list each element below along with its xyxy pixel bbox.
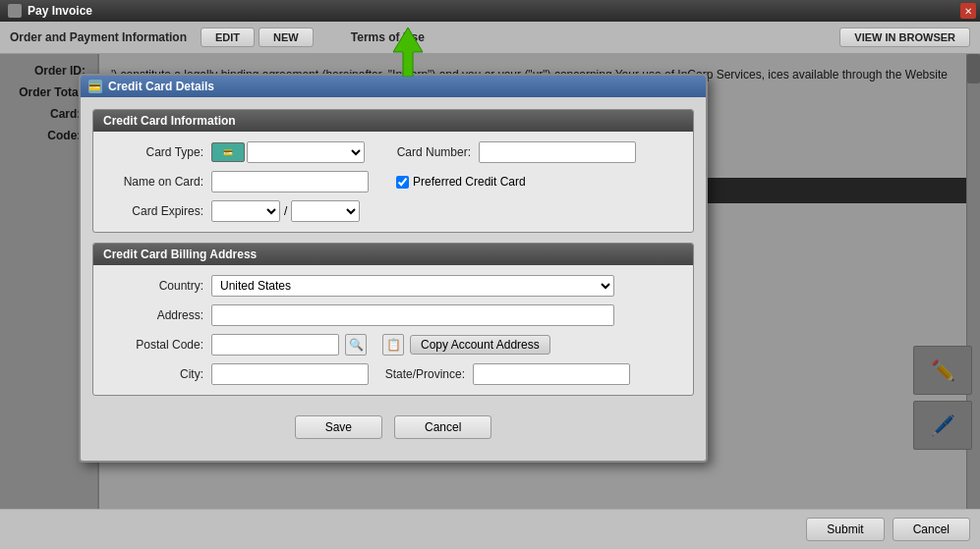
cc-info-section: Credit Card Information Card Type: 💳 — [92, 109, 694, 233]
postal-row: Postal Code: 🔍 📋 — [105, 334, 681, 356]
search-icon: 🔍 — [349, 338, 364, 352]
modal-title-bar: 💳 Credit Card Details — [81, 76, 706, 97]
copy-icon-button[interactable]: 📋 — [382, 334, 404, 356]
bottom-cancel-button[interactable]: Cancel — [893, 518, 970, 541]
cc-info-heading: Credit Card Information — [93, 110, 693, 132]
new-button[interactable]: NEW — [259, 27, 314, 47]
submit-button[interactable]: Submit — [806, 518, 884, 541]
billing-section: Credit Card Billing Address Country: Uni… — [92, 243, 694, 396]
modal-overlay: 💳 Credit Card Details Credit Card Inform… — [0, 54, 980, 509]
order-tab-label: Order and Payment Information — [10, 30, 187, 44]
card-type-row: Card Type: 💳 Visa Mastercard — [105, 141, 681, 163]
save-button[interactable]: Save — [295, 415, 382, 439]
title-bar: Pay Invoice ✕ — [0, 0, 980, 22]
preferred-checkbox-row: Preferred Credit Card — [396, 175, 526, 189]
terms-tab-label: Terms of Use — [351, 30, 425, 44]
view-in-browser-button[interactable]: VIEW IN BROWSER — [839, 27, 970, 47]
modal-body: Credit Card Information Card Type: 💳 — [81, 97, 706, 461]
modal-title-icon: 💳 — [88, 80, 102, 93]
credit-card-icon: 💳 — [88, 82, 100, 92]
copy-account-address-button[interactable]: Copy Account Address — [410, 335, 550, 355]
card-expires-label: Card Expires: — [105, 204, 203, 218]
city-state-row: City: State/Province: — [105, 363, 681, 385]
copy-account-address-label: Copy Account Address — [421, 338, 540, 352]
postal-search-button[interactable]: 🔍 — [345, 334, 367, 356]
preferred-label: Preferred Credit Card — [413, 175, 526, 189]
app-title: Pay Invoice — [28, 4, 92, 18]
country-label: Country: — [105, 279, 203, 293]
card-type-label: Card Type: — [105, 145, 203, 159]
expires-month-select[interactable]: 010203 040506 070809 101112 — [211, 200, 280, 222]
preferred-checkbox[interactable] — [396, 176, 409, 189]
modal-dialog: 💳 Credit Card Details Credit Card Inform… — [79, 74, 708, 463]
card-expires-row: Card Expires: 010203 040506 070809 10111… — [105, 200, 681, 222]
content-area: Order ID: Order Total: Card:* Code:* ') … — [0, 54, 980, 509]
address-input[interactable] — [211, 304, 614, 326]
billing-heading: Credit Card Billing Address — [93, 244, 693, 265]
modal-title: Credit Card Details — [108, 80, 214, 93]
app-icon — [8, 4, 22, 18]
postal-input-group: 🔍 📋 Copy Account Address — [211, 334, 550, 356]
expires-row: 010203 040506 070809 101112 / 2024202520… — [211, 200, 360, 222]
name-on-card-row: Name on Card: Preferred Credit Card — [105, 171, 681, 192]
billing-content: Country: United States Canada United Kin… — [93, 265, 693, 395]
modal-footer: Save Cancel — [92, 406, 694, 449]
postal-input[interactable] — [211, 334, 339, 356]
card-type-wrapper: 💳 Visa Mastercard Amex — [211, 141, 365, 163]
card-number-input[interactable] — [479, 141, 636, 163]
address-label: Address: — [105, 308, 203, 322]
name-on-card-label: Name on Card: — [105, 175, 203, 189]
bottom-bar: Submit Cancel — [0, 509, 980, 549]
card-number-label: Card Number: — [373, 145, 471, 159]
main-container: Order and Payment Information EDIT NEW T… — [0, 22, 980, 549]
city-input[interactable] — [211, 363, 369, 385]
state-input[interactable] — [473, 363, 630, 385]
country-row: Country: United States Canada United Kin… — [105, 275, 681, 297]
edit-button[interactable]: EDIT — [201, 27, 255, 47]
expires-year-select[interactable]: 202420252026 202720282029 2030 — [291, 200, 360, 222]
slash-label: / — [284, 204, 287, 218]
copy-icon: 📋 — [386, 338, 401, 352]
city-label: City: — [105, 367, 203, 381]
country-select[interactable]: United States Canada United Kingdom — [211, 275, 614, 297]
address-row: Address: — [105, 304, 681, 326]
cc-info-content: Card Type: 💳 Visa Mastercard — [93, 132, 693, 232]
name-on-card-input[interactable] — [211, 171, 369, 192]
card-type-select[interactable]: Visa Mastercard Amex — [247, 141, 365, 163]
cancel-button[interactable]: Cancel — [394, 415, 491, 439]
card-type-icon: 💳 — [211, 142, 245, 162]
state-label: State/Province: — [376, 367, 465, 381]
postal-label: Postal Code: — [105, 338, 203, 352]
close-button[interactable]: ✕ — [960, 3, 976, 19]
tab-bar: Order and Payment Information EDIT NEW T… — [0, 22, 980, 54]
